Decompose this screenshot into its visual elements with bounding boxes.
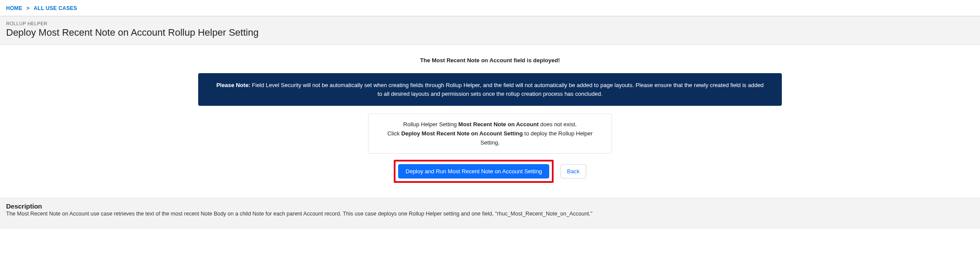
description-section: Description The Most Recent Note on Acco… xyxy=(0,198,980,229)
action-row: Deploy and Run Most Recent Note on Accou… xyxy=(6,160,974,183)
main-content: The Most Recent Note on Account field is… xyxy=(0,45,980,188)
page-header: ROLLUP HELPER Deploy Most Recent Note on… xyxy=(0,16,980,45)
note-lead: Please Note: xyxy=(216,82,250,88)
breadcrumb-all-use-cases-link[interactable]: ALL USE CASES xyxy=(34,5,77,11)
back-button[interactable]: Back xyxy=(561,164,586,178)
page-title: Deploy Most Recent Note on Account Rollu… xyxy=(6,27,974,38)
page-eyebrow: ROLLUP HELPER xyxy=(6,21,974,26)
description-body: The Most Recent Note on Account use case… xyxy=(6,211,974,217)
card-line1-pre: Rollup Helper Setting xyxy=(403,121,458,128)
deploy-card: Rollup Helper Setting Most Recent Note o… xyxy=(368,114,612,154)
card-line2-bold: Deploy Most Recent Note on Account Setti… xyxy=(401,130,523,137)
breadcrumb-separator: > xyxy=(27,5,30,11)
card-line1-post: does not exist. xyxy=(539,121,577,128)
status-message: The Most Recent Note on Account field is… xyxy=(6,57,974,64)
card-line2-pre: Click xyxy=(387,130,401,137)
note-body: Field Level Security will not be automat… xyxy=(250,82,764,97)
breadcrumb-home-link[interactable]: HOME xyxy=(6,5,22,11)
deploy-and-run-button[interactable]: Deploy and Run Most Recent Note on Accou… xyxy=(398,164,549,178)
deploy-card-line2: Click Deploy Most Recent Note on Account… xyxy=(379,129,601,148)
card-line1-bold: Most Recent Note on Account xyxy=(458,121,538,128)
breadcrumb: HOME > ALL USE CASES xyxy=(0,0,980,16)
highlight-box: Deploy and Run Most Recent Note on Accou… xyxy=(394,160,554,183)
note-banner: Please Note: Field Level Security will n… xyxy=(198,73,782,106)
deploy-card-line1: Rollup Helper Setting Most Recent Note o… xyxy=(379,120,601,129)
description-heading: Description xyxy=(6,202,974,210)
